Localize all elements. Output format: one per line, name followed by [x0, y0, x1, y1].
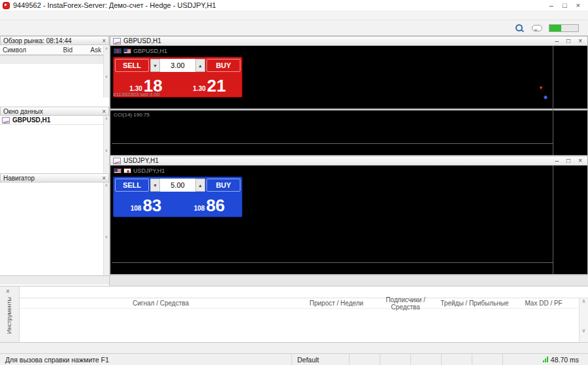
data-window-symbol[interactable]: GBPUSD,H1: [0, 116, 109, 125]
usdjpy-price-axis[interactable]: [553, 165, 587, 274]
search-icon[interactable]: [512, 22, 525, 35]
signal-bars-icon: [543, 356, 548, 362]
toolbox-gutter-label: Инструменты: [6, 297, 12, 334]
data-window-title: Окно данных: [3, 108, 43, 115]
toolbox-gutter: × Инструменты: [0, 287, 20, 343]
scrollbar[interactable]: ∧∨: [579, 298, 588, 343]
close-icon[interactable]: ×: [102, 37, 106, 44]
buy-price[interactable]: 1.3021: [178, 73, 240, 96]
close-icon[interactable]: ×: [102, 175, 106, 182]
status-help-text: Для вызова справки нажмите F1: [0, 354, 292, 365]
download-progress-bar: [549, 24, 579, 32]
close-icon[interactable]: ×: [102, 108, 106, 115]
minimize-button[interactable]: –: [549, 1, 553, 9]
usdjpy-one-click-panel: SELL ▼ 5.00 ▲ BUY 10883 10886: [113, 177, 242, 217]
minimize-button[interactable]: –: [555, 157, 559, 164]
navigator-panel: Навигатор × ∧∨: [0, 173, 110, 286]
volume-input[interactable]: 3.00: [160, 59, 195, 72]
volume-input[interactable]: 5.00: [160, 179, 195, 192]
market-watch-panel: Обзор рынка: 08:14:44 × Символ Bid Ask ∧…: [0, 36, 110, 107]
chart-icon: [113, 158, 121, 164]
usdjpy-chart-window: USDJPY,H1 – □ × USDJPY,H1 SELL ▼ 5.00: [110, 156, 588, 275]
minimize-button[interactable]: –: [555, 37, 559, 44]
chart-icon: [2, 117, 10, 124]
window-title: 9449562 - InstaForex-Server: Демо-счет -…: [13, 1, 216, 9]
ping-value: 48.70 ms: [551, 356, 579, 364]
jpy-flag-icon: [123, 168, 131, 173]
maximize-button[interactable]: □: [566, 37, 570, 44]
volume-up-button[interactable]: ▲: [195, 179, 205, 192]
usdjpy-window-titlebar[interactable]: USDJPY,H1 – □ ×: [110, 156, 587, 165]
title-bar[interactable]: 9449562 - InstaForex-Server: Демо-счет -…: [0, 0, 588, 10]
bottom-tab-bar: [0, 342, 588, 353]
gbpusd-chart-window: GBPUSD,H1 – □ × CCI(14) 190.75 GBPUSD,H1…: [110, 36, 588, 156]
sell-button[interactable]: SELL: [115, 179, 149, 192]
scrollbar[interactable]: ∧∨: [103, 46, 109, 97]
buy-button[interactable]: BUY: [206, 179, 240, 192]
signals-table-header: Сигнал / Средства Прирост / Недели Подпи…: [20, 298, 578, 309]
usd-flag-icon: [114, 168, 122, 173]
data-window-header[interactable]: Окно данных ×: [0, 107, 109, 116]
volume-up-button[interactable]: ▲: [195, 59, 205, 72]
volume-down-button[interactable]: ▼: [150, 59, 160, 72]
gbpusd-symbol-label: GBPUSD,H1: [114, 48, 167, 54]
scrollbar[interactable]: ∧∨: [103, 182, 109, 275]
navigator-tabs: [0, 275, 109, 285]
close-marker: ◆: [544, 94, 547, 100]
gbpusd-window-titlebar[interactable]: GBPUSD,H1 – □ ×: [110, 37, 587, 46]
gbp-flag-icon: [114, 48, 122, 54]
close-icon[interactable]: ×: [6, 288, 10, 295]
usdjpy-chart-area[interactable]: USDJPY,H1 SELL ▼ 5.00 ▲ BUY 10883: [110, 165, 587, 274]
gbpusd-price-axis[interactable]: [553, 46, 587, 155]
position-label: #11392303 sell 3.00: [113, 92, 159, 97]
gbpusd-chart-area[interactable]: CCI(14) 190.75 GBPUSD,H1 SELL ▼ 3.00 ▲ B…: [110, 46, 587, 155]
close-button[interactable]: ×: [578, 37, 582, 44]
sell-button[interactable]: SELL: [115, 59, 149, 72]
gbpusd-window-title: GBPUSD,H1: [123, 37, 161, 44]
navigator-header[interactable]: Навигатор ×: [0, 173, 109, 182]
close-button[interactable]: ×: [578, 157, 582, 164]
status-profile[interactable]: Default: [292, 354, 350, 365]
scrollbar[interactable]: ∧∨: [103, 116, 109, 173]
usdjpy-window-title: USDJPY,H1: [123, 157, 159, 164]
maximize-button[interactable]: □: [566, 157, 570, 164]
app-logo-icon: [3, 2, 10, 9]
market-watch-tabs: [0, 55, 109, 64]
cci-indicator-label: CCI(14) 190.75: [114, 112, 150, 118]
market-watch-columns[interactable]: Символ Bid Ask: [0, 45, 109, 55]
maximize-button[interactable]: □: [563, 1, 567, 9]
data-window-panel: Окно данных × GBPUSD,H1 ∧∨: [0, 107, 110, 173]
market-watch-header[interactable]: Обзор рынка: 08:14:44 ×: [0, 36, 109, 45]
chat-icon[interactable]: [532, 25, 542, 31]
market-watch-title: Обзор рынка: 08:14:44: [3, 37, 72, 44]
mt5-window: 9449562 - InstaForex-Server: Демо-счет -…: [0, 0, 588, 365]
buy-price[interactable]: 10886: [178, 193, 240, 215]
chart-icon: [113, 38, 121, 44]
buy-button[interactable]: BUY: [206, 59, 240, 72]
sell-price[interactable]: 10883: [115, 193, 177, 215]
menu-bar: [0, 10, 588, 20]
sell-arrow-marker: ▼: [538, 85, 544, 91]
usdjpy-time-axis[interactable]: [112, 262, 553, 265]
toolbox-panel: × Инструменты Сигнал / Средства Прирост …: [0, 286, 588, 342]
volume-down-button[interactable]: ▼: [150, 179, 160, 192]
navigator-title: Навигатор: [3, 175, 35, 182]
usdjpy-symbol-label: USDJPY,H1: [114, 167, 165, 174]
signals-tabs: [20, 287, 588, 298]
close-button[interactable]: ×: [576, 1, 580, 9]
toolbar: [0, 20, 588, 36]
gbpusd-time-axis[interactable]: [112, 143, 553, 146]
usd-flag-icon: [123, 48, 131, 54]
chart-tab-bar: [110, 275, 588, 286]
status-bar: Для вызова справки нажмите F1 Default 48…: [0, 353, 588, 365]
connection-status[interactable]: 48.70 ms: [543, 356, 588, 364]
